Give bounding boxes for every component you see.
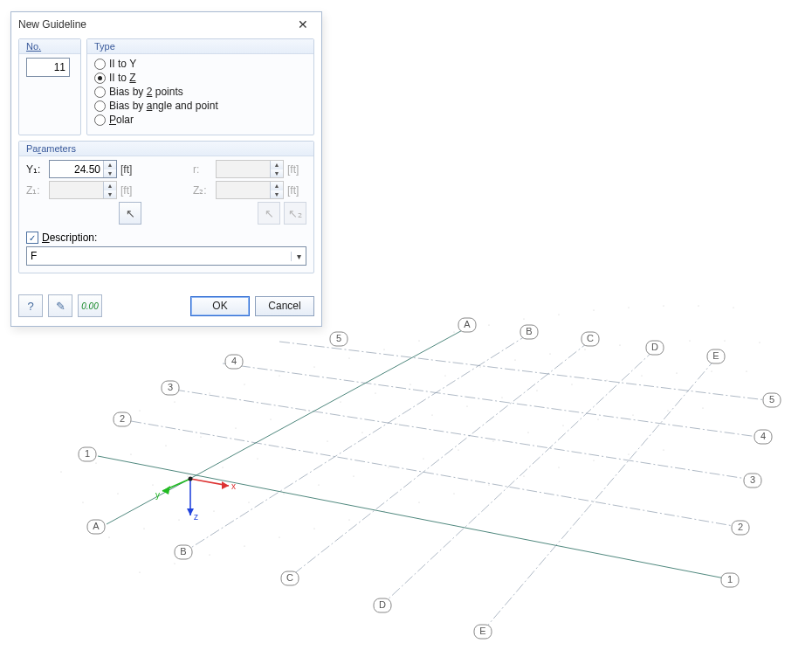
- svg-line-97: [279, 342, 767, 400]
- svg-point-32: [466, 405, 467, 406]
- grid-labels-numbers-left: 1 2 3 4 5: [79, 332, 348, 461]
- svg-point-10: [409, 384, 410, 384]
- grid-labels-letters-top: A B C D E: [458, 318, 725, 363]
- svg-point-55: [597, 418, 598, 419]
- svg-rect-115: [520, 325, 538, 339]
- group-type-head: Type: [87, 39, 313, 54]
- svg-point-33: [501, 397, 502, 398]
- cursor-icon: ↖₂: [288, 207, 302, 220]
- z1-input: ▲▼: [49, 181, 117, 199]
- help-icon: ?: [27, 300, 33, 313]
- svg-line-103: [190, 479, 229, 486]
- svg-point-37: [641, 375, 642, 376]
- y1-label: Y₁:: [26, 163, 45, 176]
- svg-point-45: [248, 501, 249, 502]
- close-icon[interactable]: ✕: [290, 17, 316, 31]
- group-no-head: No.: [26, 41, 41, 52]
- svg-point-2: [130, 453, 131, 454]
- svg-point-73: [628, 453, 629, 454]
- pick-point-1-button[interactable]: ↖: [119, 202, 141, 225]
- radio-polar[interactable]: Polar: [94, 114, 306, 126]
- svg-point-53: [527, 432, 528, 432]
- svg-line-106: [162, 479, 190, 491]
- svg-rect-151: [763, 393, 781, 407]
- cursor-icon: ↖: [265, 207, 274, 220]
- svg-rect-143: [721, 573, 739, 587]
- svg-rect-127: [281, 571, 299, 585]
- svg-point-76: [174, 401, 175, 402]
- svg-point-60: [174, 563, 175, 564]
- svg-point-43: [178, 519, 179, 520]
- svg-point-7: [305, 410, 306, 411]
- svg-point-28: [327, 440, 327, 441]
- svg-text:C: C: [286, 572, 293, 583]
- svg-rect-135: [114, 412, 131, 426]
- radio-bias-2-points[interactable]: Bias by 2 points: [94, 86, 306, 98]
- dialog-titlebar[interactable]: New Guideline ✕: [11, 12, 321, 35]
- svg-point-24: [187, 475, 188, 476]
- svg-point-81: [348, 357, 349, 358]
- svg-point-35: [571, 384, 572, 384]
- svg-point-84: [453, 331, 454, 332]
- svg-point-22: [117, 493, 118, 494]
- svg-text:B: B: [526, 326, 532, 336]
- svg-text:A: A: [93, 521, 100, 531]
- svg-point-13: [514, 359, 515, 360]
- svg-text:z: z: [194, 512, 198, 522]
- svg-point-36: [606, 379, 607, 380]
- svg-point-90: [663, 305, 664, 306]
- svg-point-1: [95, 462, 96, 463]
- svg-text:5: 5: [336, 333, 341, 343]
- svg-point-52: [492, 440, 493, 441]
- svg-point-75: [139, 410, 140, 411]
- svg-line-95: [175, 390, 747, 479]
- description-checkbox[interactable]: ✓: [26, 232, 38, 244]
- edit-button[interactable]: ✎: [48, 294, 72, 317]
- group-type: Type II to II to YY II to Z Bias by 2 po…: [86, 38, 314, 135]
- svg-point-20: [759, 342, 760, 342]
- chevron-down-icon: ▾: [291, 252, 306, 261]
- svg-point-64: [313, 528, 314, 529]
- svg-rect-149: [754, 430, 772, 444]
- grid-lines-letters: [107, 328, 716, 629]
- svg-point-23: [152, 484, 153, 485]
- y1-input[interactable]: ▲▼: [49, 160, 117, 178]
- bg-dot-grid: [60, 305, 760, 572]
- svg-point-91: [698, 305, 698, 306]
- svg-point-5: [235, 427, 236, 428]
- description-combo[interactable]: F ▾: [26, 246, 306, 266]
- svg-point-18: [689, 340, 690, 341]
- svg-point-67: [418, 501, 419, 502]
- svg-point-86: [523, 318, 524, 319]
- svg-point-83: [418, 340, 419, 341]
- svg-point-85: [488, 324, 489, 325]
- svg-point-15: [584, 349, 585, 349]
- no-input[interactable]: [26, 58, 70, 77]
- svg-text:D: D: [651, 342, 658, 352]
- svg-text:C: C: [587, 333, 594, 343]
- svg-point-27: [292, 449, 292, 450]
- svg-text:E: E: [712, 350, 719, 361]
- svg-point-69: [488, 484, 489, 485]
- svg-point-79: [279, 375, 279, 376]
- svg-rect-121: [707, 349, 725, 363]
- svg-point-19: [724, 340, 725, 341]
- svg-point-78: [244, 384, 244, 384]
- cancel-button[interactable]: Cancel: [255, 296, 314, 316]
- group-parameters: Parameters Y₁: ▲▼ [ft] r: ▲▼ [ft] Z₁:: [18, 141, 314, 273]
- svg-text:4: 4: [231, 356, 237, 366]
- svg-marker-104: [222, 481, 229, 489]
- svg-point-87: [558, 314, 559, 315]
- units-button[interactable]: 0.00: [78, 294, 102, 317]
- ok-button[interactable]: OK: [190, 296, 250, 316]
- svg-point-51: [458, 449, 458, 450]
- svg-point-71: [558, 467, 559, 467]
- svg-rect-123: [87, 520, 105, 534]
- svg-line-96: [223, 363, 758, 437]
- svg-rect-113: [458, 318, 476, 332]
- help-button[interactable]: ?: [18, 294, 43, 317]
- svg-point-46: [283, 493, 284, 494]
- radio-bias-angle-point[interactable]: Bias by angle and point: [94, 100, 306, 112]
- radio-parallel-z[interactable]: II to Z: [94, 72, 306, 84]
- radio-parallel-y[interactable]: II to II to YY: [94, 58, 306, 70]
